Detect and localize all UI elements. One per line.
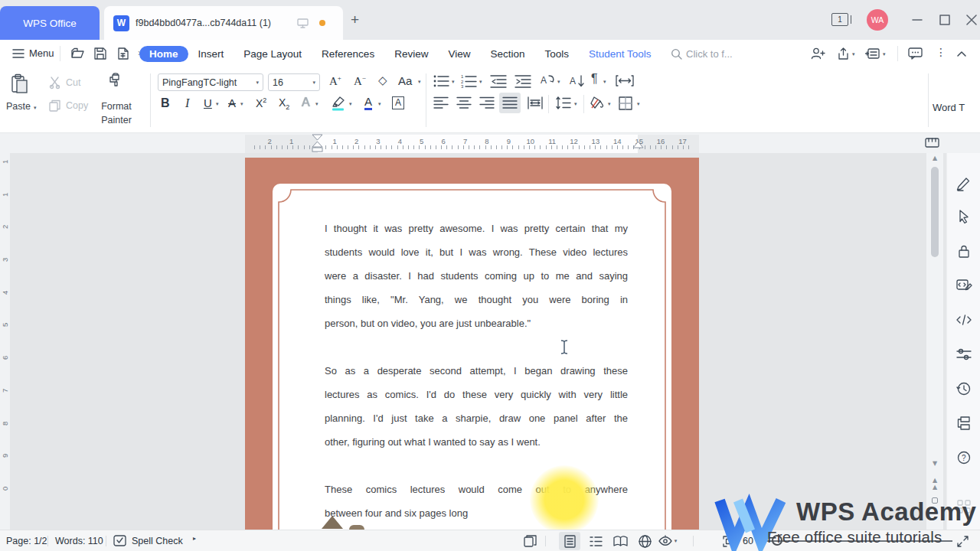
show-marks-icon[interactable]: ¶: [591, 72, 598, 86]
show-marks-caret-icon[interactable]: ▾: [603, 79, 606, 85]
more-options-icon[interactable]: ⋮: [936, 46, 946, 58]
borders-caret-icon[interactable]: ▾: [637, 101, 640, 107]
format-painter-button[interactable]: Format: [92, 101, 141, 112]
underline-button[interactable]: U: [204, 96, 212, 109]
document-text-line[interactable]: things like, "Mr. Yang, we thought you w…: [325, 288, 628, 311]
eye-view-button[interactable]: ▾: [657, 532, 678, 550]
increase-font-button[interactable]: A+: [329, 74, 341, 88]
text-effect-caret-icon[interactable]: ▾: [315, 101, 318, 107]
italic-button[interactable]: I: [185, 96, 189, 110]
left-indent-marker[interactable]: [312, 142, 324, 152]
character-border-button[interactable]: A: [392, 96, 404, 109]
new-tab-button[interactable]: +: [351, 14, 359, 26]
document-text-line[interactable]: students would love it, but I was wrong.…: [325, 240, 628, 264]
line-spacing-icon[interactable]: [556, 96, 571, 109]
scrollbar-thumb[interactable]: [931, 167, 939, 257]
copy-button[interactable]: Copy: [66, 100, 88, 111]
sidebar-drag-handle[interactable]: [956, 153, 972, 161]
menu-tab[interactable]: Tools: [534, 46, 579, 62]
code-icon[interactable]: [956, 312, 972, 328]
scroll-up-arrow-icon[interactable]: ▲: [926, 155, 943, 161]
window-count-button[interactable]: 1: [831, 13, 848, 26]
align-left-icon[interactable]: [433, 96, 449, 109]
text-direction-caret-icon[interactable]: ▾: [557, 79, 560, 85]
close-button[interactable]: [965, 14, 978, 26]
menu-tab[interactable]: View: [438, 46, 480, 62]
ruler-toggle-icon[interactable]: [925, 135, 940, 151]
shading-icon[interactable]: [590, 96, 605, 110]
search-box[interactable]: [671, 44, 770, 63]
side-panel-label[interactable]: Word T: [933, 102, 965, 113]
document-text-line[interactable]: were a disaster. I had students coming u…: [325, 264, 628, 288]
collapse-ribbon-icon[interactable]: [956, 49, 968, 58]
change-case-caret-icon[interactable]: ▾: [418, 79, 421, 85]
change-case-button[interactable]: Aa: [398, 74, 412, 87]
previous-page-icon[interactable]: ▲▲: [926, 477, 943, 491]
cut-button[interactable]: Cut: [66, 77, 80, 88]
spell-check-label[interactable]: Spell Check: [132, 536, 183, 546]
bullet-list-caret-icon[interactable]: ▾: [452, 79, 455, 85]
distribute-icon[interactable]: [527, 96, 544, 109]
align-center-icon[interactable]: [456, 96, 472, 109]
menu-tab[interactable]: Section: [480, 46, 534, 62]
clear-format-icon[interactable]: ◇: [378, 73, 387, 87]
share-caret-icon[interactable]: ▾: [852, 51, 855, 57]
insert-field-icon[interactable]: [865, 47, 880, 60]
page-view-button[interactable]: [559, 532, 580, 550]
document-text-line[interactable]: planning. I'd just take a sharpie, draw …: [325, 406, 628, 430]
bold-button[interactable]: B: [161, 96, 170, 110]
hamburger-menu-icon[interactable]: [12, 48, 24, 59]
task-window-icon[interactable]: [524, 535, 537, 547]
export-icon[interactable]: [116, 47, 130, 60]
font-color-button[interactable]: A: [364, 95, 372, 110]
fit-page-icon[interactable]: [723, 536, 735, 547]
line-spacing-caret-icon[interactable]: ▾: [574, 101, 577, 107]
first-line-indent-marker[interactable]: [312, 134, 324, 141]
bullet-list-icon[interactable]: [433, 74, 450, 88]
spell-check-icon[interactable]: [113, 535, 126, 547]
sort-icon[interactable]: A: [570, 73, 585, 89]
char-scale-icon[interactable]: [616, 75, 634, 87]
word-count[interactable]: Words: 110: [55, 536, 103, 546]
decrease-font-button[interactable]: A−: [354, 74, 366, 88]
apps-grid-icon[interactable]: [956, 499, 972, 514]
subscript-button[interactable]: X2: [279, 96, 289, 111]
lock-icon[interactable]: [956, 243, 972, 259]
text-effect-button[interactable]: A: [302, 96, 310, 109]
menu-tab[interactable]: Review: [384, 46, 438, 62]
document-page[interactable]: I thought it was pretty awesome. I was p…: [245, 158, 699, 530]
search-input[interactable]: [686, 48, 759, 60]
select-browse-object-icon[interactable]: [932, 497, 938, 504]
select-cursor-icon[interactable]: [956, 209, 972, 224]
save-icon[interactable]: [93, 47, 107, 60]
help-icon[interactable]: ?: [956, 450, 972, 465]
document-text-line[interactable]: So as a desperate second attempt, I bega…: [325, 359, 628, 383]
format-painter-icon[interactable]: [106, 72, 126, 95]
menu-tab[interactable]: References: [312, 46, 384, 62]
scroll-down-arrow-icon[interactable]: ▼: [926, 460, 943, 467]
menu-tab[interactable]: Insert: [188, 46, 234, 62]
document-text-line[interactable]: person, but on video, you are just unbea…: [325, 311, 628, 335]
document-tab[interactable]: W f9bd4bbd0477a...cb744da11 (1): [104, 6, 343, 40]
paste-icon[interactable]: [11, 73, 31, 95]
book-view-button[interactable]: [609, 532, 631, 550]
numbered-list-caret-icon[interactable]: ▾: [479, 79, 482, 85]
borders-icon[interactable]: [619, 96, 633, 110]
shading-caret-icon[interactable]: ▾: [608, 101, 611, 107]
maximize-button[interactable]: [939, 14, 951, 26]
spell-check-caret-icon[interactable]: ▸: [193, 535, 196, 542]
vertical-scrollbar[interactable]: ▲ ▼ ▲▲: [926, 153, 943, 530]
outline-view-button[interactable]: [585, 532, 606, 550]
superscript-button[interactable]: X2: [256, 96, 266, 109]
font-size-select[interactable]: 16▾: [268, 73, 320, 91]
share-icon[interactable]: [836, 47, 850, 60]
format-painter-button-line2[interactable]: Painter: [92, 115, 141, 126]
menu-tab[interactable]: Home: [139, 46, 188, 62]
text-direction-icon[interactable]: A: [539, 73, 556, 89]
open-file-icon[interactable]: [70, 47, 84, 60]
zoom-slider-thumb[interactable]: [772, 535, 782, 546]
settings-sliders-icon[interactable]: [956, 347, 972, 362]
paste-caret-icon[interactable]: ▾: [34, 105, 37, 111]
history-icon[interactable]: [956, 381, 972, 396]
zoom-slider-track[interactable]: [764, 540, 952, 542]
